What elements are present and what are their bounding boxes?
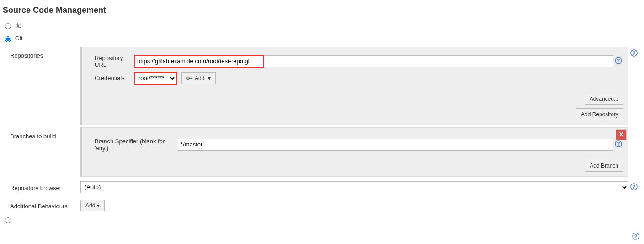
repository-url-label: Repository URL (86, 54, 134, 68)
help-icon[interactable]: ? (630, 49, 638, 57)
repo-browser-select[interactable]: (Auto) (80, 181, 628, 193)
svg-rect-4 (192, 78, 192, 80)
add-behaviour-label: Add (85, 202, 95, 209)
svg-text:?: ? (617, 141, 620, 146)
svg-text:?: ? (633, 50, 636, 56)
branch-specifier-label: Branch Specifier (blank for 'any') (86, 138, 178, 152)
scm-radio-git-label: Git (15, 35, 23, 42)
help-icon[interactable]: ? (615, 140, 622, 147)
add-repository-button[interactable]: Add Repository (576, 108, 623, 120)
help-icon[interactable]: ? (630, 183, 638, 190)
repositories-label: Repositories (3, 47, 80, 59)
svg-text:?: ? (617, 58, 620, 63)
svg-text:?: ? (633, 184, 636, 190)
chevron-down-icon: ▾ (97, 202, 100, 209)
add-branch-button[interactable]: Add Branch (585, 160, 623, 172)
scm-option-other[interactable] (3, 216, 639, 224)
add-behaviour-button[interactable]: Add ▾ (80, 200, 105, 211)
branch-specifier-input[interactable] (178, 139, 613, 151)
repository-url-input[interactable] (135, 56, 263, 67)
key-icon (186, 76, 193, 81)
section-title: Source Code Management (3, 5, 639, 15)
scm-radio-other[interactable] (5, 217, 11, 223)
branches-panel: X Branch Specifier (blank for 'any') ? A… (80, 127, 628, 177)
delete-branch-button[interactable]: X (616, 130, 626, 140)
add-credentials-label: Add (195, 75, 204, 81)
help-icon[interactable]: ? (615, 57, 622, 64)
scm-option-git[interactable]: Git (3, 34, 639, 42)
repositories-panel: Repository URL ? Credentials root/****** (80, 47, 628, 125)
scm-radio-none-label: 无 (15, 22, 21, 29)
scm-radio-none[interactable] (5, 23, 11, 29)
svg-point-2 (187, 77, 190, 80)
repo-browser-label: Repository browser (3, 183, 80, 191)
repository-url-input-ext[interactable] (264, 55, 613, 67)
chevron-down-icon: ▾ (208, 75, 211, 81)
advanced-button[interactable]: Advanced... (585, 93, 623, 105)
branches-label: Branches to build (3, 127, 80, 140)
additional-behaviours-label: Additional Behaviours (3, 201, 80, 210)
repository-url-highlight (134, 55, 264, 68)
credentials-select[interactable]: root/****** (135, 73, 176, 84)
scm-option-none[interactable]: 无 (3, 22, 639, 30)
scm-radio-git[interactable] (5, 36, 11, 42)
credentials-label: Credentials (86, 75, 134, 81)
add-credentials-button[interactable]: Add ▾ (181, 72, 216, 84)
credentials-highlight: root/****** (134, 72, 177, 85)
